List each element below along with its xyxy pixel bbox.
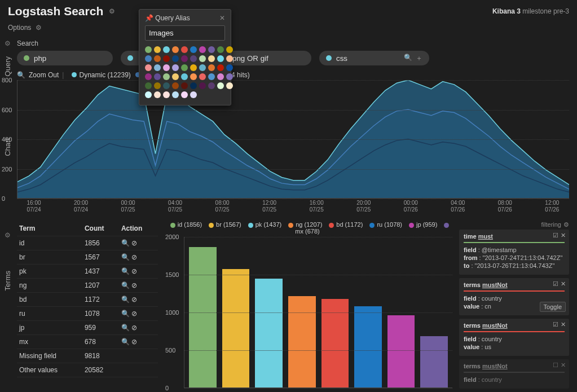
search-icon[interactable]: 🔍	[404, 54, 412, 63]
search-input[interactable]	[336, 54, 404, 63]
color-swatch[interactable]	[154, 91, 161, 98]
term-exclude-icon[interactable]: ⊘	[131, 296, 137, 303]
color-swatch[interactable]	[199, 73, 206, 80]
term-exclude-icon[interactable]: ⊘	[131, 239, 137, 247]
toggle-badge[interactable]: Toggle	[540, 302, 566, 312]
term-exclude-icon[interactable]: ⊘	[131, 338, 137, 346]
color-swatch[interactable]	[217, 73, 224, 80]
query-gear-icon[interactable]: ⚙	[5, 39, 11, 47]
add-icon[interactable]: ＋	[416, 54, 422, 63]
color-swatch[interactable]	[190, 82, 197, 89]
color-swatch[interactable]	[145, 73, 152, 80]
color-swatch[interactable]	[145, 91, 152, 98]
color-swatch[interactable]	[172, 82, 179, 89]
term-search-icon[interactable]: 🔍	[121, 281, 130, 289]
bar[interactable]	[255, 279, 283, 387]
color-swatch[interactable]	[145, 46, 152, 53]
bar[interactable]	[420, 336, 448, 387]
filter-remove-icon[interactable]: ✕	[561, 280, 566, 288]
filter-toggle-checkbox[interactable]: ☐	[553, 362, 558, 369]
color-swatch[interactable]	[190, 73, 197, 80]
color-swatch[interactable]	[172, 46, 179, 53]
filter-remove-icon[interactable]: ✕	[561, 232, 566, 239]
color-swatch[interactable]	[154, 73, 161, 80]
color-swatch[interactable]	[199, 55, 206, 62]
term-search-icon[interactable]: 🔍	[121, 324, 130, 332]
search-input[interactable]	[34, 54, 102, 63]
bar[interactable]	[222, 269, 250, 387]
color-swatch[interactable]	[217, 46, 224, 53]
color-swatch[interactable]	[145, 64, 152, 71]
color-swatch[interactable]	[190, 46, 197, 53]
color-swatch[interactable]	[154, 46, 161, 53]
term-exclude-icon[interactable]: ⊘	[131, 281, 137, 289]
color-swatch[interactable]	[154, 82, 161, 89]
search-pill[interactable]	[17, 51, 113, 65]
color-swatch[interactable]	[172, 64, 179, 71]
color-swatch[interactable]	[208, 64, 215, 71]
search-input[interactable]	[232, 54, 300, 63]
color-swatch[interactable]	[163, 55, 170, 62]
color-swatch[interactable]	[226, 46, 233, 53]
terms-gear-icon[interactable]: ⚙	[5, 231, 11, 239]
color-swatch[interactable]	[172, 55, 179, 62]
options-label[interactable]: Options	[8, 24, 31, 32]
color-swatch[interactable]	[226, 82, 233, 89]
color-swatch[interactable]	[172, 73, 179, 80]
bar[interactable]	[189, 247, 217, 387]
color-swatch[interactable]	[163, 64, 170, 71]
bar[interactable]	[387, 315, 415, 388]
filter-remove-icon[interactable]: ✕	[561, 321, 566, 328]
bar[interactable]	[354, 306, 382, 387]
color-swatch[interactable]	[217, 55, 224, 62]
filter-remove-icon[interactable]: ✕	[561, 362, 566, 369]
color-swatch[interactable]	[163, 73, 170, 80]
term-search-icon[interactable]: 🔍	[121, 267, 130, 275]
term-exclude-icon[interactable]: ⊘	[131, 324, 137, 332]
term-search-icon[interactable]: 🔍	[121, 338, 130, 346]
filtering-gear-icon[interactable]: ⚙	[563, 221, 569, 228]
term-search-icon[interactable]: 🔍	[121, 310, 130, 318]
color-swatch[interactable]	[181, 73, 188, 80]
search-pill[interactable]: 🔍＋	[319, 51, 429, 65]
bar[interactable]	[288, 296, 316, 387]
color-swatch[interactable]	[190, 55, 197, 62]
color-swatch[interactable]	[145, 55, 152, 62]
color-swatch[interactable]	[163, 82, 170, 89]
color-swatch[interactable]	[181, 46, 188, 53]
term-exclude-icon[interactable]: ⊘	[131, 267, 137, 275]
color-swatch[interactable]	[154, 55, 161, 62]
color-swatch[interactable]	[199, 46, 206, 53]
color-swatch[interactable]	[208, 55, 215, 62]
color-swatch[interactable]	[208, 73, 215, 80]
color-swatch[interactable]	[217, 82, 224, 89]
color-swatch[interactable]	[208, 82, 215, 89]
color-swatch[interactable]	[154, 64, 161, 71]
filter-toggle-checkbox[interactable]: ☑	[553, 232, 558, 239]
term-search-icon[interactable]: 🔍	[121, 239, 130, 247]
color-swatch[interactable]	[226, 55, 233, 62]
pin-icon[interactable]: 📌	[145, 14, 153, 22]
term-exclude-icon[interactable]: ⊘	[131, 310, 137, 318]
color-swatch[interactable]	[163, 91, 170, 98]
color-swatch[interactable]	[181, 91, 188, 98]
term-search-icon[interactable]: 🔍	[121, 296, 130, 303]
color-swatch[interactable]	[145, 82, 152, 89]
filter-toggle-checkbox[interactable]: ☑	[553, 321, 558, 328]
color-swatch[interactable]	[199, 64, 206, 71]
color-swatch[interactable]	[199, 82, 206, 89]
color-swatch[interactable]	[163, 46, 170, 53]
color-swatch[interactable]	[190, 64, 197, 71]
term-search-icon[interactable]: 🔍	[121, 253, 130, 261]
color-swatch[interactable]	[217, 64, 224, 71]
color-swatch[interactable]	[226, 73, 233, 80]
color-swatch[interactable]	[181, 55, 188, 62]
color-swatch[interactable]	[226, 64, 233, 71]
query-alias-input[interactable]	[145, 25, 225, 41]
zoom-out-icon[interactable]: 🔍	[17, 71, 25, 79]
color-swatch[interactable]	[190, 91, 197, 98]
color-swatch[interactable]	[181, 82, 188, 89]
color-swatch[interactable]	[208, 46, 215, 53]
zoom-out-label[interactable]: Zoom Out	[29, 71, 59, 79]
options-gear-icon[interactable]: ⚙	[36, 24, 42, 32]
